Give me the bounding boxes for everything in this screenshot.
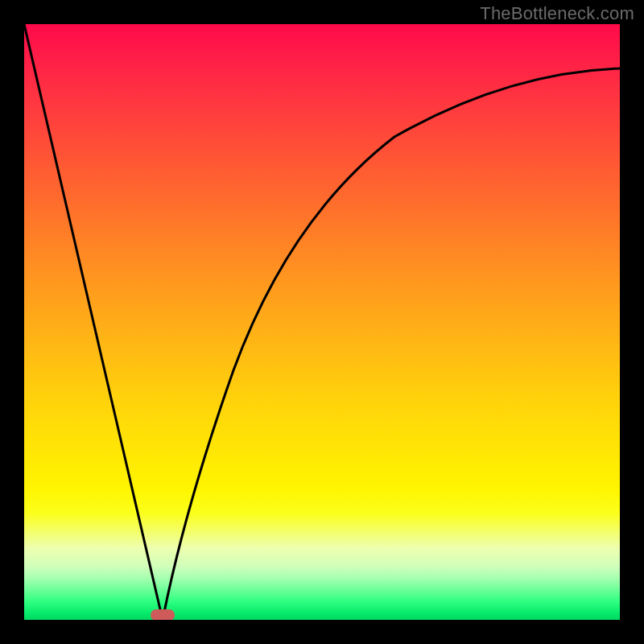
optimum-marker — [151, 609, 175, 620]
watermark-text: TheBottleneck.com — [480, 3, 634, 24]
plot-area — [24, 24, 620, 620]
bottleneck-curve — [24, 24, 620, 620]
curve-right-branch — [163, 68, 620, 620]
curve-left-branch — [24, 24, 163, 620]
